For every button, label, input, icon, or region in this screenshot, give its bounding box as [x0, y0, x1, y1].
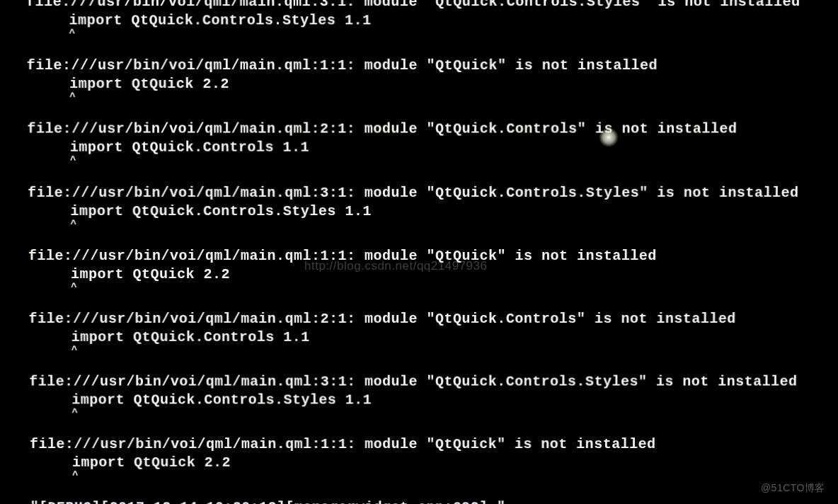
- caret-line: ^: [28, 157, 838, 165]
- caret-line: ^: [30, 410, 837, 418]
- caret-line: ^: [26, 30, 838, 38]
- import-line: import QtQuick 2.2: [27, 75, 838, 93]
- import-line: import QtQuick 2.2: [30, 454, 837, 472]
- import-line: import QtQuick.Controls.Styles 1.1: [26, 11, 838, 30]
- error-block: file:///usr/bin/voi/qml/main.qml:3:1: mo…: [26, 0, 838, 38]
- caret-line: ^: [30, 472, 836, 480]
- error-line: file:///usr/bin/voi/qml/main.qml:1:1: mo…: [30, 435, 837, 454]
- error-line: file:///usr/bin/voi/qml/main.qml:2:1: mo…: [28, 310, 837, 328]
- error-block: file:///usr/bin/voi/qml/main.qml:1:1: mo…: [30, 435, 837, 480]
- import-line: import QtQuick.Controls.Styles 1.1: [28, 202, 838, 220]
- error-block: file:///usr/bin/voi/qml/main.qml:3:1: mo…: [29, 373, 837, 418]
- import-line: import QtQuick.Controls 1.1: [28, 139, 838, 157]
- caret-line: ^: [28, 221, 838, 229]
- caret-line: ^: [29, 347, 837, 355]
- error-line: file:///usr/bin/voi/qml/main.qml:1:1: mo…: [27, 57, 838, 75]
- terminal-output: file:///usr/bin/voi/qml/main.qml:3:1: mo…: [0, 0, 838, 504]
- watermark-center: http://blog.csdn.net/qq21497936: [304, 258, 487, 274]
- error-block: file:///usr/bin/voi/qml/main.qml:3:1: mo…: [28, 183, 838, 228]
- import-line: import QtQuick.Controls.Styles 1.1: [29, 391, 837, 410]
- caret-line: ^: [28, 284, 838, 292]
- import-line: import QtQuick.Controls 1.1: [29, 328, 838, 347]
- debug-line: "[DEBUG][2017-12-14 10:20:12][managerwid…: [30, 498, 837, 504]
- error-line: file:///usr/bin/voi/qml/main.qml:2:1: mo…: [27, 120, 838, 139]
- error-line: file:///usr/bin/voi/qml/main.qml:3:1: mo…: [29, 373, 837, 391]
- error-line: file:///usr/bin/voi/qml/main.qml:3:1: mo…: [26, 0, 838, 11]
- error-block: file:///usr/bin/voi/qml/main.qml:1:1: mo…: [27, 57, 838, 102]
- watermark-bottom: @51CTO博客: [761, 481, 825, 494]
- error-block: file:///usr/bin/voi/qml/main.qml:2:1: mo…: [28, 310, 837, 355]
- error-line: file:///usr/bin/voi/qml/main.qml:3:1: mo…: [28, 183, 838, 202]
- caret-line: ^: [27, 93, 838, 101]
- error-block: file:///usr/bin/voi/qml/main.qml:2:1: mo…: [27, 120, 838, 166]
